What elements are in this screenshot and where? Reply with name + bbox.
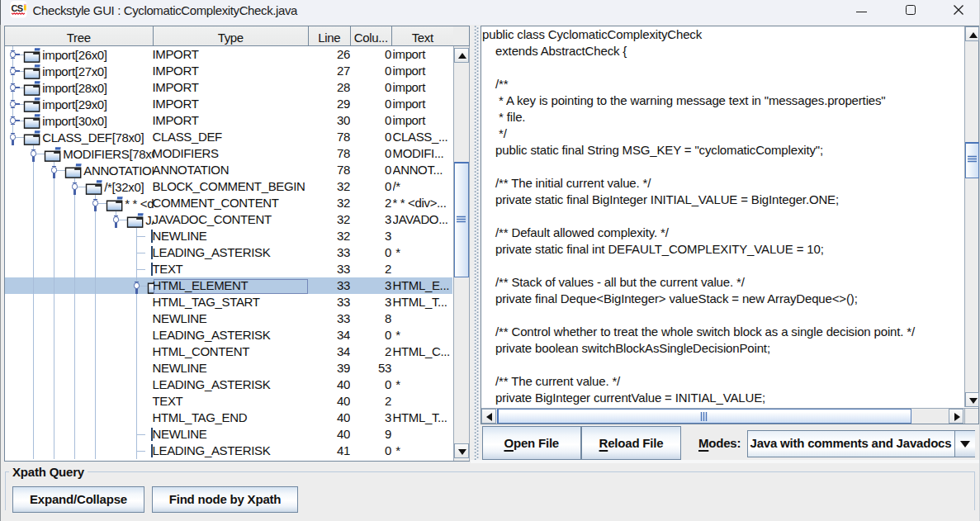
- svg-text:CS: CS: [11, 3, 22, 13]
